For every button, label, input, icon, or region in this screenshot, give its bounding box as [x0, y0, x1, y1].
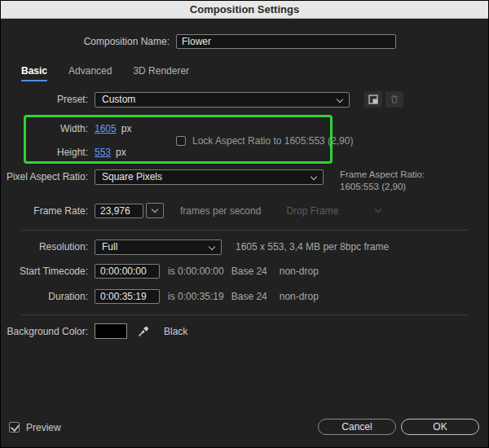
background-color-name: Black — [164, 326, 187, 337]
height-value[interactable]: 553 — [95, 147, 111, 158]
pixel-aspect-ratio-value: Square Pixels — [102, 171, 162, 182]
tab-3d-renderer[interactable]: 3D Renderer — [133, 65, 189, 81]
chevron-down-icon — [152, 206, 158, 213]
duration-input[interactable] — [95, 289, 160, 304]
frame-aspect-ratio-info: Frame Aspect Ratio: 1605:553 (2,90) — [340, 169, 425, 193]
lock-aspect-label: Lock Aspect Ratio to 1605:553 (2,90) — [192, 135, 353, 147]
frame-rate-preset-dropdown[interactable] — [146, 203, 164, 218]
drop-frame-label: Drop Frame — [286, 205, 338, 217]
tab-basic[interactable]: Basic — [21, 65, 47, 81]
eyedropper-button[interactable] — [137, 324, 151, 338]
cancel-button[interactable]: Cancel — [318, 419, 396, 435]
separator — [21, 230, 468, 231]
ok-button[interactable]: OK — [401, 419, 479, 435]
dialog-title: Composition Settings — [190, 3, 299, 15]
composition-name-input[interactable] — [176, 34, 396, 49]
eyedropper-icon — [137, 324, 151, 338]
preset-dropdown[interactable]: Custom — [95, 92, 350, 108]
resolution-info: 1605 x 553, 3,4 MB per 8bpc frame — [236, 241, 389, 253]
preset-label: Preset: — [1, 94, 95, 105]
frame-rate-input[interactable] — [95, 204, 143, 218]
frame-aspect-ratio-label: Frame Aspect Ratio: — [340, 169, 425, 181]
chevron-down-icon — [311, 173, 317, 179]
background-color-label: Background Color: — [1, 326, 95, 337]
separator — [21, 314, 468, 315]
duration-label: Duration: — [1, 291, 95, 302]
frame-aspect-ratio-value: 1605:553 (2,90) — [340, 181, 425, 193]
height-label: Height: — [1, 147, 95, 158]
start-timecode-is: is 0:00:00:00 — [168, 266, 224, 277]
duration-is: is 0:00:35:19 — [168, 291, 224, 302]
save-preset-icon — [368, 94, 379, 105]
start-timecode-input[interactable] — [95, 264, 160, 279]
tab-advanced[interactable]: Advanced — [68, 65, 112, 81]
width-value[interactable]: 1605 — [95, 123, 117, 134]
preset-value: Custom — [102, 94, 135, 105]
duration-drop: non-drop — [280, 291, 319, 302]
resolution-dropdown[interactable]: Full — [95, 239, 222, 255]
pixel-aspect-ratio-dropdown[interactable]: Square Pixels — [95, 169, 324, 185]
composition-settings-dialog: Composition Settings Composition Name: B… — [0, 0, 489, 448]
resolution-value: Full — [102, 241, 117, 253]
width-unit: px — [121, 123, 132, 134]
tab-bar: Basic Advanced 3D Renderer — [21, 65, 189, 81]
start-timecode-drop: non-drop — [280, 266, 319, 277]
preview-label: Preview — [26, 422, 61, 433]
frame-rate-label: Frame Rate: — [1, 205, 95, 217]
pixel-aspect-ratio-label: Pixel Aspect Ratio: — [1, 171, 95, 182]
width-label: Width: — [1, 123, 95, 134]
start-timecode-label: Start Timecode: — [1, 266, 95, 277]
delete-preset-button[interactable] — [385, 91, 403, 108]
background-color-swatch[interactable] — [95, 323, 127, 339]
trash-icon — [389, 94, 400, 105]
save-preset-button[interactable] — [364, 91, 382, 108]
frame-rate-unit: frames per second — [180, 205, 261, 217]
resolution-label: Resolution: — [1, 241, 95, 253]
chevron-down-icon — [337, 95, 343, 102]
composition-name-label: Composition Name: — [1, 36, 176, 47]
start-timecode-base: Base 24 — [231, 266, 267, 277]
preview-checkbox[interactable] — [9, 422, 20, 433]
height-unit: px — [116, 147, 126, 158]
chevron-down-icon — [209, 243, 215, 249]
lock-aspect-checkbox[interactable] — [176, 136, 186, 146]
titlebar: Composition Settings — [1, 1, 488, 19]
duration-base: Base 24 — [231, 291, 267, 302]
chevron-down-icon — [375, 206, 381, 213]
